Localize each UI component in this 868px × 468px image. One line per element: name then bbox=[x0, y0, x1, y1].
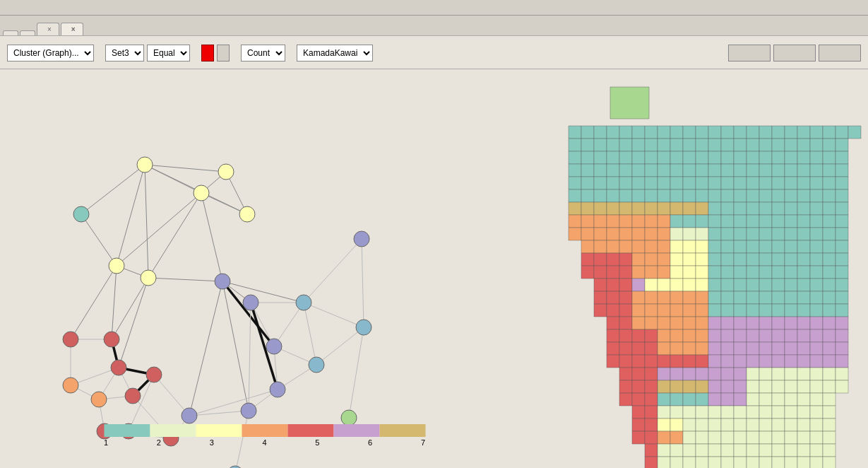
network-button[interactable] bbox=[728, 45, 771, 62]
selection-group bbox=[201, 43, 230, 62]
color-scheme-group: Set3 Equal bbox=[105, 43, 190, 62]
clear-button[interactable] bbox=[217, 45, 230, 62]
tab-bar: × × bbox=[0, 16, 868, 35]
legend-seg-4 bbox=[242, 424, 287, 437]
color-scheme-equal-select[interactable]: Equal bbox=[147, 45, 190, 62]
edge-select[interactable]: Count bbox=[241, 45, 285, 62]
map-canvas[interactable] bbox=[529, 69, 868, 468]
tab-results-som[interactable]: × bbox=[37, 23, 59, 35]
legend-seg-5 bbox=[287, 424, 333, 437]
export-group bbox=[728, 43, 861, 62]
legend-seg-2 bbox=[150, 424, 196, 437]
legend-label-3: 3 bbox=[210, 438, 214, 447]
legend-seg-3 bbox=[196, 424, 242, 437]
legend-seg-6 bbox=[333, 424, 379, 437]
legend-bar: 1 2 3 4 5 6 7 bbox=[104, 424, 425, 447]
tab-ann[interactable] bbox=[20, 30, 35, 35]
main-content: 1 2 3 4 5 6 7 bbox=[0, 69, 868, 468]
tab-results-ng-close[interactable]: × bbox=[71, 25, 76, 33]
legend-label-1: 1 bbox=[104, 438, 108, 447]
graph-layout-group: KamadaKawai bbox=[297, 43, 373, 62]
tab-results-som-close[interactable]: × bbox=[47, 25, 52, 33]
legend-button[interactable] bbox=[819, 45, 861, 62]
legend-label-2: 2 bbox=[157, 438, 161, 447]
neuron-select[interactable]: Cluster (Graph)... bbox=[7, 45, 94, 62]
edge-group: Count bbox=[241, 43, 285, 62]
tab-results-ng[interactable]: × bbox=[61, 23, 83, 35]
legend-labels: 1 2 3 4 5 6 7 bbox=[104, 438, 425, 447]
legend-label-5: 5 bbox=[315, 438, 319, 447]
legend-label-7: 7 bbox=[421, 438, 425, 447]
color-button[interactable] bbox=[201, 45, 214, 62]
legend-seg-7 bbox=[379, 424, 425, 437]
graph-layout-select[interactable]: KamadaKawai bbox=[297, 45, 373, 62]
color-scheme-select[interactable]: Set3 bbox=[105, 45, 144, 62]
graph-canvas[interactable] bbox=[0, 69, 529, 468]
toolbar: Cluster (Graph)... Set3 Equal Count bbox=[0, 35, 868, 69]
neuron-group: Cluster (Graph)... bbox=[7, 43, 94, 62]
tab-data[interactable] bbox=[3, 30, 18, 35]
graph-panel[interactable]: 1 2 3 4 5 6 7 bbox=[0, 69, 529, 468]
menubar bbox=[0, 0, 868, 16]
map-button[interactable] bbox=[773, 45, 816, 62]
legend-colors bbox=[104, 424, 425, 437]
legend-label-4: 4 bbox=[262, 438, 266, 447]
legend-label-6: 6 bbox=[368, 438, 372, 447]
map-panel[interactable] bbox=[529, 69, 868, 468]
legend-seg-1 bbox=[104, 424, 150, 437]
